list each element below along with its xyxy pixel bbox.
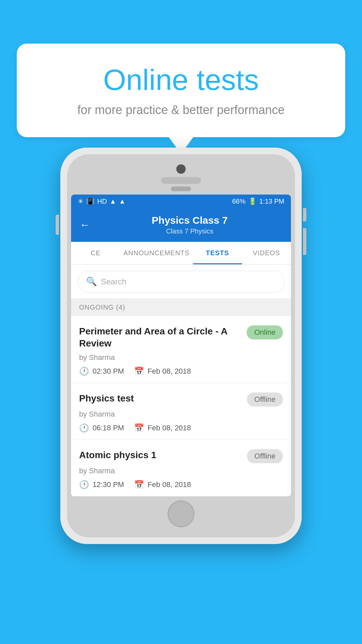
test-date: Feb 08, 2018 xyxy=(147,480,191,489)
tab-announcements[interactable]: ANNOUNCEMENTS xyxy=(120,242,193,264)
volume-button xyxy=(56,215,59,235)
app-bar: ← Physics Class 7 Class 7 Physics xyxy=(71,208,291,242)
bubble-subtitle: for more practice & better performance xyxy=(44,103,318,117)
test-meta: 🕐 02:30 PM 📅 Feb 08, 2018 xyxy=(79,367,283,376)
phone-outer: ✳ 📳 HD ▲ ▲ 66% 🔋 1:13 PM ← xyxy=(60,148,302,544)
search-container: 🔍 Search xyxy=(71,265,291,299)
clock-icon: 🕐 xyxy=(79,423,89,433)
battery-percent: 66% xyxy=(232,198,245,205)
bubble-title: Online tests xyxy=(44,64,318,96)
date-meta: 📅 Feb 08, 2018 xyxy=(134,367,191,376)
hd-badge: HD xyxy=(97,198,107,205)
status-badge: Offline xyxy=(247,449,283,463)
camera xyxy=(176,164,186,174)
time-meta: 🕐 02:30 PM xyxy=(79,367,124,376)
calendar-icon: 📅 xyxy=(134,367,144,376)
search-icon: 🔍 xyxy=(86,276,97,287)
tab-tests[interactable]: TESTS xyxy=(193,242,242,264)
calendar-icon: 📅 xyxy=(134,423,144,433)
test-item[interactable]: Physics test Offline by Sharma 🕐 06:18 P… xyxy=(71,383,291,440)
tabs-bar: CE ANNOUNCEMENTS TESTS VIDEOS xyxy=(71,242,291,265)
promo-bubble: Online tests for more practice & better … xyxy=(17,44,345,137)
test-time: 06:18 PM xyxy=(93,424,124,432)
date-meta: 📅 Feb 08, 2018 xyxy=(134,480,191,489)
test-item-header: Atomic physics 1 Offline xyxy=(79,449,283,463)
test-item-header: Physics test Offline xyxy=(79,392,283,407)
status-right-icons: 66% 🔋 1:13 PM xyxy=(232,197,284,205)
test-item[interactable]: Atomic physics 1 Offline by Sharma 🕐 12:… xyxy=(71,440,291,496)
speaker xyxy=(161,177,201,184)
sensor xyxy=(171,186,191,191)
tab-ce[interactable]: CE xyxy=(71,242,120,264)
phone-inner: ✳ 📳 HD ▲ ▲ 66% 🔋 1:13 PM ← xyxy=(67,154,295,537)
test-meta: 🕐 06:18 PM 📅 Feb 08, 2018 xyxy=(79,423,283,433)
section-header: ONGOING (4) xyxy=(71,299,291,316)
wifi-icon: ▲ xyxy=(110,198,116,205)
vibrate-icon: 📳 xyxy=(86,197,95,205)
test-author: by Sharma xyxy=(79,467,283,475)
screen: ✳ 📳 HD ▲ ▲ 66% 🔋 1:13 PM ← xyxy=(71,195,291,496)
volume-button-right xyxy=(303,228,306,255)
home-button[interactable] xyxy=(168,500,194,527)
bluetooth-icon: ✳ xyxy=(78,197,83,205)
time-meta: 🕐 12:30 PM xyxy=(79,480,124,489)
signal-icon: ▲ xyxy=(119,198,126,205)
power-button xyxy=(303,208,306,221)
status-icons: ✳ 📳 HD ▲ ▲ xyxy=(78,197,125,205)
test-title: Perimeter and Area of a Circle - A Revie… xyxy=(79,325,240,350)
test-author: by Sharma xyxy=(79,353,283,362)
screen-subtitle: Class 7 Physics xyxy=(97,227,283,235)
test-author: by Sharma xyxy=(79,410,283,419)
test-list: Perimeter and Area of a Circle - A Revie… xyxy=(71,316,291,496)
search-placeholder: Search xyxy=(101,277,126,286)
test-item-header: Perimeter and Area of a Circle - A Revie… xyxy=(79,325,283,350)
time-meta: 🕐 06:18 PM xyxy=(79,423,124,433)
test-time: 12:30 PM xyxy=(93,480,124,489)
test-item[interactable]: Perimeter and Area of a Circle - A Revie… xyxy=(71,316,291,383)
time-display: 1:13 PM xyxy=(259,198,284,205)
calendar-icon: 📅 xyxy=(134,480,144,489)
clock-icon: 🕐 xyxy=(79,367,89,376)
battery-icon: 🔋 xyxy=(248,197,257,205)
clock-icon: 🕐 xyxy=(79,480,89,489)
screen-title: Physics Class 7 xyxy=(97,215,283,226)
status-bar: ✳ 📳 HD ▲ ▲ 66% 🔋 1:13 PM xyxy=(71,195,291,208)
back-button[interactable]: ← xyxy=(79,219,90,231)
test-time: 02:30 PM xyxy=(93,367,124,376)
test-date: Feb 08, 2018 xyxy=(147,424,191,432)
search-input[interactable]: 🔍 Search xyxy=(78,271,284,292)
speech-bubble: Online tests for more practice & better … xyxy=(17,44,345,137)
app-bar-top: ← Physics Class 7 Class 7 Physics xyxy=(79,215,283,235)
status-badge: Offline xyxy=(247,392,283,407)
test-meta: 🕐 12:30 PM 📅 Feb 08, 2018 xyxy=(79,480,283,489)
status-badge: Online xyxy=(247,325,283,339)
test-date: Feb 08, 2018 xyxy=(147,367,191,376)
phone-top xyxy=(71,158,291,195)
tab-videos[interactable]: VIDEOS xyxy=(242,242,291,264)
phone-bottom xyxy=(71,496,291,533)
phone-mockup: ✳ 📳 HD ▲ ▲ 66% 🔋 1:13 PM ← xyxy=(60,148,302,544)
date-meta: 📅 Feb 08, 2018 xyxy=(134,423,191,433)
test-title: Physics test xyxy=(79,392,240,405)
test-title: Atomic physics 1 xyxy=(79,449,240,461)
